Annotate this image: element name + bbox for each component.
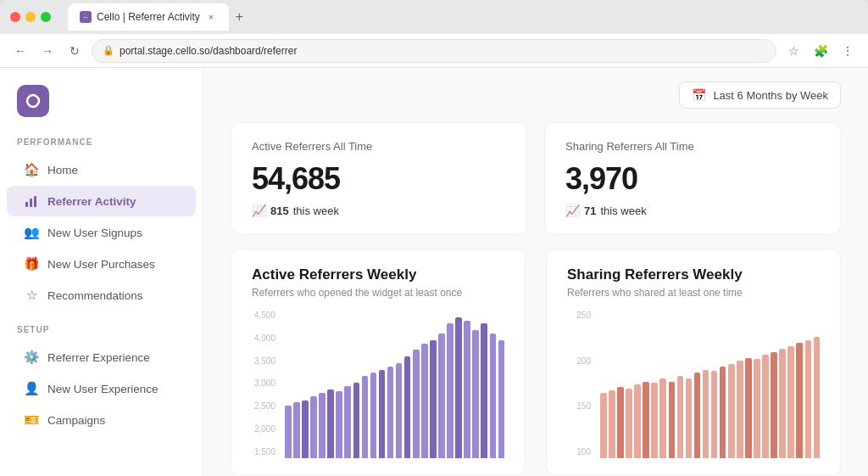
active-tab[interactable]: ↔ Cello | Referrer Activity ×	[68, 3, 229, 31]
chart-bar	[669, 382, 676, 458]
tab-bar: ↔ Cello | Referrer Activity × +	[68, 3, 858, 31]
chart-bar	[814, 337, 821, 458]
chart-subtitle-active: Referrers who opened the widget at least…	[252, 287, 504, 299]
trend-up-icon: 📈	[252, 204, 266, 217]
browser-window: ↔ Cello | Referrer Activity × + ← → ↻ 🔒 …	[0, 0, 868, 476]
person-icon: 👤	[24, 381, 39, 396]
sidebar-item-label: Campaigns	[47, 414, 105, 427]
chart-bar	[413, 350, 420, 458]
sidebar-item-label: New User Experience	[47, 383, 159, 395]
chart-area-active: 4,500 4,000 3,500 3,000 2,500 2,000 1,50…	[252, 311, 504, 458]
main-header: 📅 Last 6 Months by Week	[203, 68, 868, 122]
minimize-window-button[interactable]	[25, 12, 36, 22]
tab-favicon: ↔	[80, 11, 92, 23]
back-button[interactable]: ←	[10, 41, 31, 61]
chart-subtitle-sharing: Referrers who shared at least one time	[567, 287, 820, 299]
sidebar-item-label: New User Purchases	[47, 258, 155, 271]
extensions-button[interactable]: 🧩	[810, 41, 831, 61]
app-container: PERFORMANCE 🏠 Home Referrer Activity	[0, 68, 868, 476]
refresh-button[interactable]: ↻	[64, 41, 85, 61]
sidebar-item-campaigns[interactable]: 🎫 Campaigns	[7, 405, 196, 435]
chart-area-sharing: 250 200 150 100	[567, 311, 820, 458]
chart-y-axis-active: 4,500 4,000 3,500 3,000 2,500 2,000 1,50…	[252, 311, 282, 458]
stat-value-sharing-referrers: 3,970	[565, 161, 820, 197]
chart-bar	[379, 370, 386, 458]
y-label: 2,000	[252, 424, 275, 434]
stat-change-value: 71	[584, 204, 596, 217]
chart-bar	[327, 389, 334, 458]
chart-bar	[310, 396, 317, 458]
chart-bar	[421, 344, 428, 458]
y-label: 3,500	[252, 356, 275, 366]
chart-bar	[787, 346, 794, 458]
stats-section: Active Referrers All Time 54,685 📈 815 t…	[203, 122, 868, 249]
sidebar-item-new-user-signups[interactable]: 👥 New User Signups	[7, 217, 196, 248]
chart-bar	[464, 321, 470, 458]
chart-bar	[677, 376, 684, 458]
toolbar-actions: ☆ 🧩 ⋮	[783, 41, 858, 61]
chart-bar	[447, 323, 453, 458]
sidebar-item-home[interactable]: 🏠 Home	[7, 154, 196, 185]
star-icon: ☆	[24, 288, 39, 303]
chart-bar	[609, 390, 615, 458]
chart-icon	[24, 193, 39, 209]
browser-titlebar: ↔ Cello | Referrer Activity × +	[0, 0, 868, 34]
sidebar: PERFORMANCE 🏠 Home Referrer Activity	[0, 68, 203, 476]
sidebar-item-recommendations[interactable]: ☆ Recommendations	[7, 280, 196, 311]
bookmark-button[interactable]: ☆	[783, 41, 804, 61]
chart-bar	[617, 387, 624, 458]
menu-button[interactable]: ⋮	[837, 41, 858, 61]
chart-bar	[651, 383, 658, 458]
chart-y-axis-sharing: 250 200 150 100	[567, 311, 598, 458]
chart-bar	[353, 383, 360, 458]
sidebar-divider	[0, 311, 203, 325]
y-label: 1,500	[252, 447, 275, 456]
chart-bar	[498, 340, 505, 458]
chart-bar	[490, 333, 497, 458]
y-label: 100	[567, 447, 591, 456]
date-filter-button[interactable]: 📅 Last 6 Months by Week	[679, 81, 841, 109]
new-tab-button[interactable]: +	[229, 6, 250, 28]
chart-bar	[472, 330, 479, 458]
logo-icon	[17, 85, 49, 117]
sidebar-section-label-performance: PERFORMANCE	[0, 137, 203, 154]
address-bar[interactable]: 🔒 portal.stage.cello.so/dashboard/referr…	[92, 39, 776, 63]
chart-bar	[703, 370, 709, 458]
chart-card-active-referrers: Active Referrers Weekly Referrers who op…	[231, 249, 526, 476]
chart-bar	[370, 372, 377, 458]
forward-button[interactable]: →	[37, 41, 58, 61]
stat-card-active-referrers: Active Referrers All Time 54,685 📈 815 t…	[231, 122, 527, 235]
url-text: portal.stage.cello.so/dashboard/referrer	[120, 45, 297, 57]
sidebar-item-new-user-experience[interactable]: 👤 New User Experience	[7, 373, 196, 404]
home-icon: 🏠	[24, 162, 39, 177]
stat-change-sharing-referrers: 📈 71 this week	[565, 204, 820, 217]
chart-bar	[762, 355, 769, 458]
maximize-window-button[interactable]	[41, 12, 51, 22]
sidebar-item-label: Referrer Experience	[47, 351, 150, 364]
chart-bar	[455, 317, 462, 458]
chart-bar	[796, 343, 803, 458]
chart-bar	[319, 393, 326, 458]
ticket-icon: 🎫	[24, 412, 39, 428]
close-window-button[interactable]	[10, 12, 20, 22]
chart-title-sharing: Sharing Referrers Weekly	[567, 266, 820, 283]
sidebar-section-label-setup: SETUP	[0, 325, 203, 341]
users-icon: 👥	[24, 225, 39, 240]
chart-bar	[344, 386, 351, 458]
chart-bar	[285, 406, 292, 458]
sidebar-item-referrer-activity[interactable]: Referrer Activity	[7, 186, 196, 216]
gear-icon: ⚙️	[24, 350, 39, 365]
sidebar-item-label: New User Signups	[47, 227, 142, 239]
gift-icon: 🎁	[24, 256, 39, 272]
svg-rect-1	[30, 199, 32, 207]
sidebar-item-label: Home	[47, 164, 78, 176]
sidebar-item-new-user-purchases[interactable]: 🎁 New User Purchases	[7, 249, 196, 279]
stat-change-active-referrers: 📈 815 this week	[252, 204, 506, 217]
main-content: 📅 Last 6 Months by Week Active Referrers…	[203, 68, 868, 476]
sidebar-item-referrer-experience[interactable]: ⚙️ Referrer Experience	[7, 342, 196, 372]
chart-bar	[754, 359, 760, 458]
tab-close-button[interactable]: ×	[205, 11, 217, 23]
browser-toolbar: ← → ↻ 🔒 portal.stage.cello.so/dashboard/…	[0, 34, 868, 68]
chart-bar	[626, 389, 632, 458]
chart-card-sharing-referrers: Sharing Referrers Weekly Referrers who s…	[546, 249, 841, 476]
